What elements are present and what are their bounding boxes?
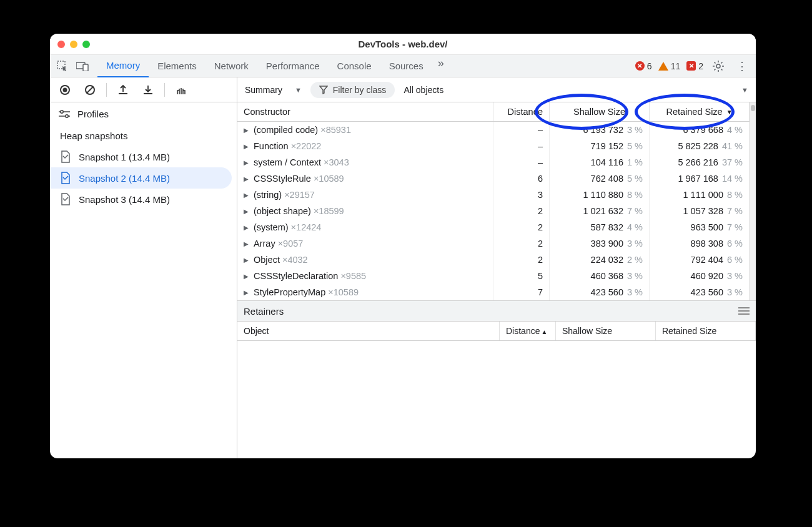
ret-col-shallow[interactable]: Shallow Size xyxy=(556,322,656,340)
tab-sources[interactable]: Sources xyxy=(380,55,432,77)
menu-icon[interactable] xyxy=(738,307,750,315)
svg-point-11 xyxy=(66,114,68,117)
file-icon xyxy=(60,150,71,163)
expand-icon[interactable]: ▶ xyxy=(244,224,251,231)
table-row[interactable]: ▶ Object ×40322224 0322 %792 4046 % xyxy=(237,252,750,268)
scrollbar[interactable] xyxy=(750,102,756,300)
record-icon[interactable] xyxy=(56,81,74,99)
retained-cell: 1 111 0008 % xyxy=(650,187,750,203)
summary-dropdown[interactable]: Summary ▼ xyxy=(245,85,302,95)
class-filter-input[interactable]: Filter by class xyxy=(310,82,395,98)
issues-counter[interactable]: ✕ 2 xyxy=(686,61,703,71)
svg-point-5 xyxy=(63,87,67,92)
expand-icon[interactable]: ▶ xyxy=(244,159,251,166)
snapshot-label: Snapshot 1 (13.4 MB) xyxy=(79,152,170,162)
table-row[interactable]: ▶ Array ×90572383 9003 %898 3086 % xyxy=(237,235,750,252)
snapshot-item-1[interactable]: Snapshot 1 (13.4 MB) xyxy=(50,146,232,167)
close-window-button[interactable] xyxy=(57,41,65,48)
tab-network[interactable]: Network xyxy=(205,55,257,77)
profiles-header[interactable]: Profiles xyxy=(50,102,237,126)
tab-memory[interactable]: Memory xyxy=(97,55,149,77)
expand-icon[interactable]: ▶ xyxy=(244,127,251,134)
table-row[interactable]: ▶ (compiled code) ×85931–6 193 7323 %6 3… xyxy=(237,122,750,138)
constructor-name: Function xyxy=(254,141,289,151)
table-row[interactable]: ▶ (string) ×2915731 110 8808 %1 111 0008… xyxy=(237,187,750,203)
snapshot-item-3[interactable]: Snapshot 3 (14.4 MB) xyxy=(50,189,232,210)
sort-asc-icon: ▲ xyxy=(541,328,547,335)
instance-count: ×29157 xyxy=(284,190,315,200)
kebab-menu-icon[interactable]: ⋮ xyxy=(733,57,751,75)
device-toolbar-icon[interactable] xyxy=(74,57,91,75)
titlebar: DevTools - web.dev/ xyxy=(50,34,756,55)
snapshot-label: Snapshot 2 (14.4 MB) xyxy=(79,173,170,184)
sliders-icon xyxy=(59,110,70,119)
instance-count: ×85931 xyxy=(320,125,351,135)
snapshot-item-2[interactable]: Snapshot 2 (14.4 MB) xyxy=(50,167,232,189)
filter-icon xyxy=(319,86,328,94)
ret-col-retained[interactable]: Retained Size xyxy=(656,322,756,340)
tab-elements[interactable]: Elements xyxy=(149,55,205,77)
table-row[interactable]: ▶ (system) ×124242587 8324 %963 5007 % xyxy=(237,219,750,235)
table-row[interactable]: ▶ Function ×22022–719 1525 %5 825 22841 … xyxy=(237,138,750,154)
ret-col-object[interactable]: Object xyxy=(237,322,500,340)
retainers-header[interactable]: Retainers xyxy=(237,300,756,322)
maximize-window-button[interactable] xyxy=(82,41,90,48)
tab-performance[interactable]: Performance xyxy=(257,55,329,77)
memory-main: Summary ▼ Filter by class All objects ▼ … xyxy=(237,77,756,458)
issues-count: 2 xyxy=(698,61,703,71)
table-row[interactable]: ▶ CSSStyleRule ×105896762 4085 %1 967 16… xyxy=(237,170,750,187)
file-icon xyxy=(60,172,71,184)
col-shallow-size[interactable]: Shallow Size xyxy=(550,102,650,121)
retainers-body xyxy=(237,341,756,458)
table-header-row: Constructor Distance Shallow Size Retain… xyxy=(237,102,750,122)
col-retained-size[interactable]: Retained Size ▼ xyxy=(650,102,750,121)
minimize-window-button[interactable] xyxy=(70,41,77,48)
expand-icon[interactable]: ▶ xyxy=(244,208,251,215)
svg-point-10 xyxy=(61,110,63,112)
constructor-name: CSSStyleDeclaration xyxy=(254,271,338,281)
retained-cell: 898 3086 % xyxy=(650,235,750,252)
expand-icon[interactable]: ▶ xyxy=(244,289,251,296)
devtools-tabbar: Memory Elements Network Performance Cons… xyxy=(50,55,756,77)
retained-cell: 6 379 6684 % xyxy=(650,122,750,138)
load-icon[interactable] xyxy=(114,81,132,99)
warning-counter[interactable]: 11 xyxy=(658,61,681,71)
settings-icon[interactable] xyxy=(710,57,727,75)
distance-cell: 6 xyxy=(493,170,550,187)
inspect-icon[interactable] xyxy=(54,57,71,75)
shallow-cell: 104 1161 % xyxy=(550,154,650,170)
instance-count: ×10589 xyxy=(328,287,359,297)
ret-col-distance[interactable]: Distance▲ xyxy=(500,322,556,340)
more-tabs-icon[interactable]: » xyxy=(432,55,450,72)
col-distance[interactable]: Distance xyxy=(493,102,550,121)
error-counter[interactable]: ✕ 6 xyxy=(635,61,652,71)
tab-console[interactable]: Console xyxy=(329,55,380,77)
col-constructor[interactable]: Constructor xyxy=(237,102,493,121)
save-icon[interactable] xyxy=(139,81,157,99)
scope-label: All objects xyxy=(404,85,443,95)
expand-icon[interactable]: ▶ xyxy=(244,175,251,182)
window-controls xyxy=(57,41,90,48)
panel-tabs: Memory Elements Network Performance Cons… xyxy=(97,55,450,77)
gc-icon[interactable] xyxy=(172,81,190,99)
table-row[interactable]: ▶ system / Context ×3043–104 1161 %5 266… xyxy=(237,154,750,170)
shallow-cell: 762 4085 % xyxy=(550,170,650,187)
instance-count: ×4032 xyxy=(282,255,308,265)
expand-icon[interactable]: ▶ xyxy=(244,192,251,199)
file-icon xyxy=(60,193,71,205)
expand-icon[interactable]: ▶ xyxy=(244,257,251,264)
scope-dropdown[interactable]: All objects xyxy=(404,85,443,95)
shallow-cell: 423 5603 % xyxy=(550,284,650,300)
chevron-down-icon[interactable]: ▼ xyxy=(741,86,748,94)
clear-icon[interactable] xyxy=(81,81,99,99)
expand-icon[interactable]: ▶ xyxy=(244,273,251,280)
table-row[interactable]: ▶ StylePropertyMap ×105897423 5603 %423 … xyxy=(237,284,750,300)
distance-cell: 5 xyxy=(493,268,550,284)
table-row[interactable]: ▶ (object shape) ×1859921 021 6327 %1 05… xyxy=(237,203,750,219)
constructors-table: Constructor Distance Shallow Size Retain… xyxy=(237,102,756,458)
expand-icon[interactable]: ▶ xyxy=(244,240,251,247)
distance-cell: 2 xyxy=(493,219,550,235)
table-row[interactable]: ▶ CSSStyleDeclaration ×95855460 3683 %46… xyxy=(237,268,750,284)
shallow-cell: 1 110 8808 % xyxy=(550,187,650,203)
expand-icon[interactable]: ▶ xyxy=(244,143,251,150)
